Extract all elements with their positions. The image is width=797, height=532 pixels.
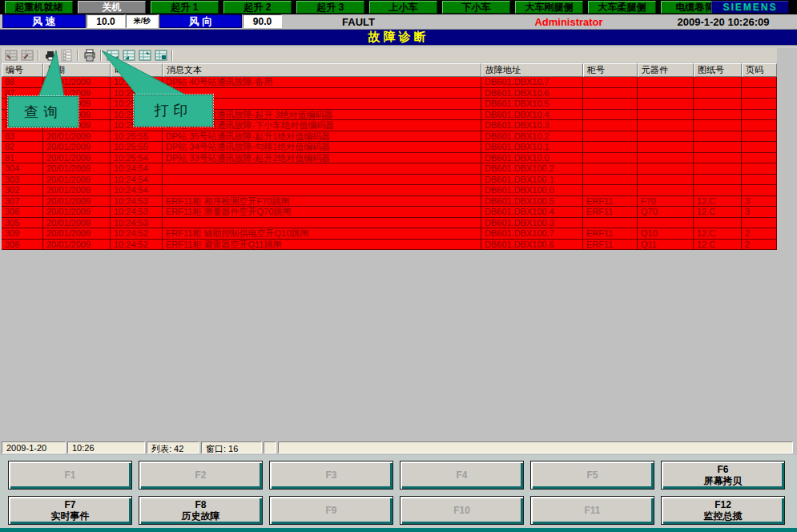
fkey-f2-button: F2 [139, 461, 263, 490]
column-header: 消息文本 [163, 63, 481, 77]
alarm-row[interactable]: 8520/01/200910:25:56DP站 37号站通讯故障-起升 3绝对值… [2, 110, 777, 121]
column-header: 柜号 [583, 63, 638, 77]
top-nav-button-1[interactable]: 起重机就绪 [5, 1, 73, 14]
alarm-row[interactable]: 30420/01/200910:24:54DB601.DBX100.2 [2, 163, 777, 175]
screen-bottom-edge [0, 528, 797, 532]
alarm-cell [694, 185, 742, 196]
alarm-cell: DB601.DBX10.2 [481, 131, 583, 143]
status-row: 风 速 10.0 米/秒 风 向 90.0 FAULT Administrato… [0, 14, 797, 30]
alarm-cell [638, 218, 694, 229]
alarm-row[interactable]: 8820/01/200910:25:58DP站 40号站通讯故障-备用DB601… [2, 77, 777, 88]
lock-list-icon[interactable] [106, 49, 119, 62]
statusbar-empty-cell [264, 441, 276, 453]
alarm-cell [638, 110, 694, 121]
alarm-row[interactable]: 30220/01/200910:24:54DB601.DBX100.0 [2, 185, 777, 196]
fkey-label: F1 [64, 470, 75, 481]
fkey-sublabel: 历史故障 [182, 510, 220, 522]
alarm-cell: 3 [742, 207, 777, 218]
ack-list-icon[interactable] [122, 49, 135, 62]
alarm-cell [742, 77, 777, 88]
alarm-table-body: 8820/01/200910:25:58DP站 40号站通讯故障-备用DB601… [2, 77, 777, 250]
column-header: 图纸号 [694, 63, 742, 77]
alarm-row[interactable]: 8320/01/200910:25:55DP站 35号站通讯故障-起升1绝对值编… [2, 131, 777, 143]
alarm-row[interactable]: 8420/01/200910:25:56DP站 36号站通讯故障-下小车绝对值编… [2, 120, 777, 131]
alarm-cell [694, 77, 742, 88]
alarm-cell: 10:24:52 [111, 240, 163, 251]
alarm-cell [583, 175, 638, 186]
query-icon[interactable] [43, 49, 57, 62]
alarm-cell [583, 142, 638, 153]
column-header: 页码 [742, 63, 777, 77]
alarm-row[interactable]: 30720/01/200910:24:53ERF11柜 相序检测空开F70跳闸D… [2, 196, 777, 208]
alarm-cell: 20/01/2009 [43, 207, 111, 218]
alarm-cell: 308 [2, 240, 43, 251]
alarm-cell [638, 153, 694, 164]
top-nav-button-7[interactable]: 下小车 [442, 1, 510, 14]
fkey-f7-button[interactable]: F7实时事件 [8, 496, 132, 525]
top-nav-button-4[interactable]: 起升 2 [223, 1, 292, 14]
top-nav-button-9[interactable]: 大车柔腿侧 [588, 1, 656, 14]
fkey-label: F3 [325, 470, 336, 481]
alarm-cell: DB601.DBX10.7 [481, 77, 583, 88]
stat-list-icon[interactable] [154, 49, 167, 62]
archive-list-icon[interactable] [20, 49, 34, 62]
fkey-label: F9 [325, 505, 336, 516]
alarm-cell [742, 110, 777, 121]
fkey-label: F8 [195, 499, 206, 510]
siemens-logo-text: SIEMENS [723, 2, 777, 13]
alarm-cell: 20/01/2009 [43, 163, 111, 175]
alarm-cell: ERF11 [583, 207, 638, 218]
alarm-cell [742, 120, 777, 131]
alarm-cell [638, 99, 694, 110]
alarm-cell [583, 99, 638, 110]
selection-dialog-icon[interactable] [59, 49, 73, 62]
fkey-label: F7 [64, 499, 75, 510]
alarm-cell: 20/01/2009 [43, 142, 111, 153]
alarm-cell: 10:25:58 [111, 77, 163, 88]
alarm-cell: ERF11 [583, 228, 638, 240]
top-nav-button-8[interactable]: 大车刚腿侧 [515, 1, 583, 14]
fkey-f8-button[interactable]: F8历史故障 [139, 496, 263, 525]
fkey-f6-button[interactable]: F6屏幕拷贝 [661, 461, 785, 490]
alarm-cell: DB601.DBX10.1 [481, 142, 583, 153]
wind-speed-unit: 米/秒 [126, 14, 158, 28]
top-nav-button-2[interactable]: 关机 [78, 1, 146, 14]
print-icon[interactable] [83, 49, 96, 62]
alarm-cell: 304 [2, 163, 43, 175]
alarm-cell [583, 131, 638, 143]
hmi-screen: 起重机就绪关机起升 1起升 2起升 3上小车下小车大车刚腿侧大车柔腿侧电缆卷筒 … [0, 0, 797, 532]
alarm-cell [638, 120, 694, 131]
alarm-cell: 10:25:54 [111, 153, 163, 164]
top-nav-button-6[interactable]: 上小车 [369, 1, 437, 14]
alarm-cell [638, 175, 694, 186]
wind-speed-value: 10.0 [87, 14, 125, 28]
message-list-icon[interactable] [4, 49, 18, 62]
alarm-cell: 303 [2, 175, 43, 186]
alarm-row[interactable]: 8220/01/200910:25:55DP站 34号站通讯故障-勾移1绝对值编… [2, 142, 777, 153]
alarm-cell: 302 [2, 185, 43, 196]
alarm-cell [163, 163, 481, 175]
alarm-row[interactable]: 30920/01/200910:24:52ERF11柜 辅助控制供电空开Q10跳… [2, 228, 777, 240]
alarm-row[interactable]: 30620/01/200910:24:53ERF11柜 测量器件空开Q70跳闸D… [2, 207, 777, 218]
alarm-row[interactable]: 30820/01/200910:24:52ERF11柜 避雷器空开Q11跳闸DB… [2, 240, 777, 251]
alarm-cell [638, 77, 694, 88]
alarm-cell [694, 131, 742, 143]
alarm-cell: 2 [742, 228, 777, 240]
hide-list-icon[interactable] [138, 49, 151, 62]
alarm-cell [742, 185, 777, 196]
alarm-cell [638, 88, 694, 99]
alarm-row[interactable]: 8620/01/200910:25:57DB601.DBX10.5 [2, 99, 777, 110]
top-nav-button-3[interactable]: 起升 1 [151, 1, 219, 14]
alarm-cell [694, 88, 742, 99]
alarm-row[interactable]: 8120/01/200910:25:54DP站 33号站通讯故障-起升2绝对值编… [2, 153, 777, 164]
alarm-row[interactable]: 30320/01/200910:24:54DB601.DBX100.1 [2, 175, 777, 186]
fkey-label: F4 [456, 470, 467, 481]
alarm-cell: DB601.DBX100.2 [481, 163, 583, 175]
fkey-f3-button: F3 [269, 461, 393, 490]
top-nav-button-5[interactable]: 起升 3 [296, 1, 364, 14]
alarm-row[interactable]: 8720/01/200910:25:57DB601.DBX10.6 [2, 88, 777, 99]
alarm-cell: DB601.DBX100.5 [481, 196, 583, 208]
fkey-f12-button[interactable]: F12监控总揽 [661, 496, 785, 525]
alarm-row[interactable]: 30520/01/200910:24:53DB601.DBX100.3 [2, 218, 777, 229]
alarm-cell: 20/01/2009 [43, 240, 111, 251]
